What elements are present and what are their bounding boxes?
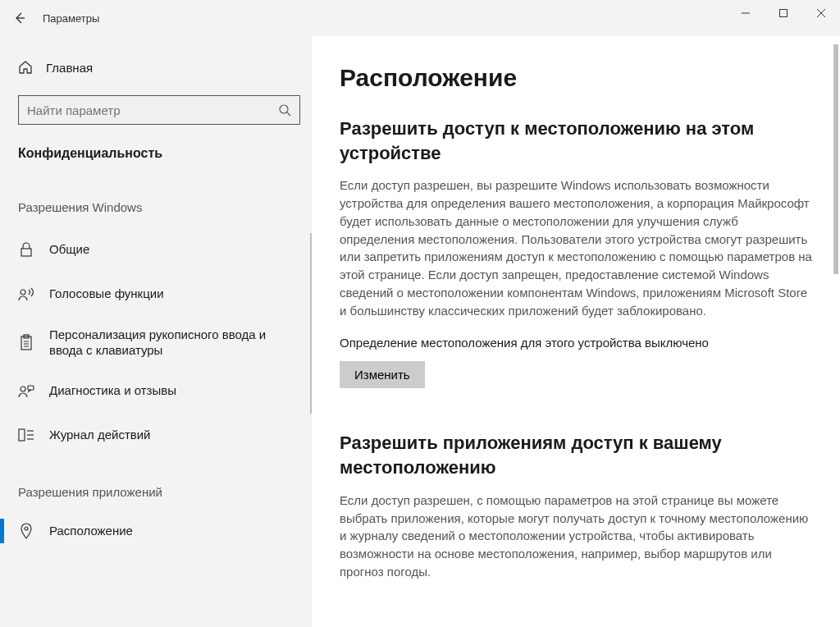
back-button[interactable] bbox=[0, 0, 39, 36]
titlebar: Параметры bbox=[0, 0, 840, 36]
svg-rect-7 bbox=[21, 249, 31, 256]
lock-icon bbox=[18, 242, 34, 257]
feedback-icon bbox=[18, 383, 34, 398]
sidebar-group-apps: Разрешения приложений bbox=[18, 485, 300, 499]
svg-rect-16 bbox=[19, 429, 25, 441]
sidebar-item-speech[interactable]: Голосовые функции bbox=[18, 272, 300, 316]
sidebar-item-label: Общие bbox=[49, 241, 292, 258]
svg-rect-2 bbox=[780, 10, 788, 17]
content-scrollbar[interactable] bbox=[833, 44, 838, 274]
sidebar-category: Конфиденциальность bbox=[18, 146, 300, 161]
sidebar-item-label: Голосовые функции bbox=[49, 286, 292, 302]
sidebar: Главная Конфиденциальность Разрешения Wi… bbox=[0, 36, 312, 627]
content-area: Расположение Разрешить доступ к местопол… bbox=[312, 36, 840, 627]
sidebar-home[interactable]: Главная bbox=[18, 51, 300, 84]
section2-heading: Разрешить приложениям доступ к вашему ме… bbox=[340, 431, 815, 479]
clipboard-icon bbox=[18, 334, 34, 350]
page-title: Расположение bbox=[340, 64, 815, 92]
sidebar-item-label: Журнал действий bbox=[49, 427, 292, 443]
back-arrow-icon bbox=[13, 11, 26, 25]
maximize-button[interactable] bbox=[765, 0, 802, 26]
section1-body: Если доступ разрешен, вы разрешите Windo… bbox=[340, 176, 815, 319]
svg-point-5 bbox=[280, 105, 288, 113]
sidebar-item-inking[interactable]: Персонализация рукописного ввода и ввода… bbox=[18, 316, 300, 368]
svg-point-14 bbox=[21, 387, 25, 391]
close-icon bbox=[817, 9, 825, 17]
search-box[interactable] bbox=[18, 95, 300, 125]
section1-heading: Разрешить доступ к местоположению на это… bbox=[340, 117, 815, 165]
minimize-button[interactable] bbox=[727, 0, 765, 26]
sidebar-group-windows: Разрешения Windows bbox=[18, 200, 300, 214]
sidebar-item-diagnostics[interactable]: Диагностика и отзывы bbox=[18, 368, 300, 413]
sidebar-item-label: Персонализация рукописного ввода и ввода… bbox=[49, 327, 292, 359]
window-title: Параметры bbox=[43, 12, 99, 25]
minimize-icon bbox=[742, 9, 750, 17]
search-icon bbox=[278, 103, 291, 117]
change-button[interactable]: Изменить bbox=[340, 361, 425, 388]
svg-rect-15 bbox=[28, 386, 34, 390]
svg-line-6 bbox=[287, 112, 290, 116]
home-icon bbox=[18, 60, 33, 75]
svg-point-8 bbox=[21, 290, 25, 295]
sidebar-item-activity[interactable]: Журнал действий bbox=[18, 413, 300, 457]
location-icon bbox=[18, 523, 34, 539]
window-controls bbox=[727, 0, 840, 26]
activity-icon bbox=[18, 428, 34, 442]
sidebar-item-location[interactable]: Расположение bbox=[18, 509, 300, 553]
search-input[interactable] bbox=[27, 103, 278, 117]
sidebar-item-label: Диагностика и отзывы bbox=[49, 382, 292, 399]
sidebar-item-label: Расположение bbox=[49, 523, 292, 539]
sidebar-home-label: Главная bbox=[46, 61, 93, 75]
speech-icon bbox=[18, 286, 34, 301]
sidebar-item-general[interactable]: Общие bbox=[18, 227, 300, 272]
close-button[interactable] bbox=[802, 0, 840, 26]
section2-body: Если доступ разрешен, с помощью параметр… bbox=[340, 492, 815, 581]
location-status: Определение местоположения для этого уст… bbox=[340, 336, 815, 350]
svg-point-20 bbox=[25, 527, 28, 530]
maximize-icon bbox=[779, 9, 788, 17]
